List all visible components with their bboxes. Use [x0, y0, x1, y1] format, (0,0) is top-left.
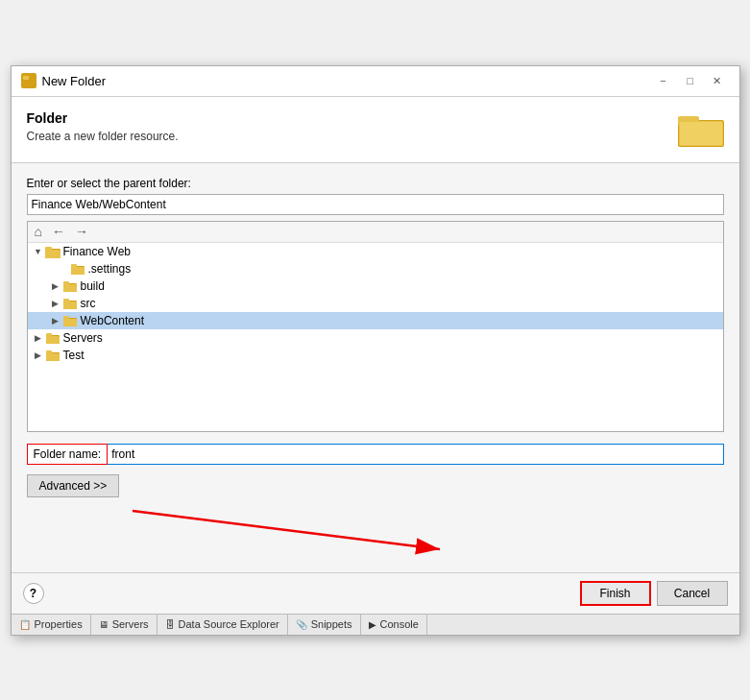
folder-icon-settings	[70, 262, 85, 276]
header-text: Folder Create a new folder resource.	[27, 110, 179, 143]
ide-tab-properties[interactable]: 📋 Properties	[12, 615, 91, 635]
tree-home-button[interactable]: ⌂	[32, 225, 45, 238]
folder-icon-servers	[45, 331, 60, 345]
ide-tab-servers-label: Servers	[112, 618, 149, 630]
tree-toolbar: ⌂ ← →	[28, 222, 723, 243]
title-bar: New Folder − □ ✕	[12, 66, 739, 97]
tree-item-finance-web[interactable]: ▼ Finance Web	[28, 243, 723, 260]
parent-folder-label: Enter or select the parent folder:	[27, 177, 724, 190]
ide-tab-datasource[interactable]: 🗄 Data Source Explorer	[157, 615, 288, 635]
svg-rect-5	[680, 122, 722, 145]
bottom-right: Finish Cancel	[580, 581, 728, 606]
folder-name-section: Folder name:	[27, 444, 724, 465]
ide-tab-snippets[interactable]: 📎 Snippets	[288, 615, 361, 635]
toggle-build[interactable]: ▶	[49, 279, 62, 293]
svg-rect-20	[63, 319, 77, 326]
toggle-servers[interactable]: ▶	[32, 331, 45, 345]
ide-tab-console[interactable]: ▶ Console	[361, 615, 427, 635]
finish-button[interactable]: Finish	[580, 581, 651, 606]
bottom-bar: ? Finish Cancel	[12, 572, 739, 614]
tree-container: ⌂ ← → ▼ Finance Web	[27, 221, 724, 432]
folder-icon-src	[62, 297, 78, 310]
tree-item-webcontent[interactable]: ▶ WebContent	[28, 312, 723, 329]
svg-rect-11	[71, 267, 85, 275]
folder-icon-large	[678, 110, 724, 149]
svg-rect-26	[46, 353, 60, 361]
svg-line-28	[133, 511, 440, 549]
annotation-arrow	[123, 501, 507, 559]
dialog-title: New Folder	[42, 74, 106, 88]
tree-item-src[interactable]: ▶ src	[28, 295, 723, 312]
snippets-icon: 📎	[296, 619, 307, 630]
tree-item-servers[interactable]: ▶ Servers	[28, 329, 723, 347]
dialog-content: Enter or select the parent folder: ⌂ ← →…	[12, 163, 739, 572]
header-heading: Folder	[27, 110, 179, 126]
toggle-webcontent[interactable]: ▶	[49, 314, 62, 327]
svg-rect-1	[23, 76, 29, 80]
close-button[interactable]: ✕	[705, 71, 730, 90]
title-controls: − □ ✕	[651, 71, 730, 90]
folder-icon-build	[62, 279, 78, 293]
servers-icon: 🖥	[99, 619, 109, 630]
tree-label-src: src	[81, 297, 96, 310]
folder-icon-finance-web	[45, 245, 60, 258]
arrow-area	[27, 501, 724, 559]
advanced-section: Advanced >>	[27, 474, 724, 497]
svg-rect-14	[63, 284, 77, 292]
bottom-left: ?	[23, 583, 44, 604]
tree-label-settings: .settings	[88, 262, 132, 276]
ide-tab-properties-label: Properties	[35, 618, 83, 630]
minimize-button[interactable]: −	[651, 71, 676, 90]
properties-icon: 📋	[19, 619, 31, 630]
folder-icon-test	[45, 349, 60, 362]
dialog-icon	[21, 73, 36, 88]
header-description: Create a new folder resource.	[27, 130, 179, 143]
toggle-settings	[57, 262, 70, 276]
tree-item-build[interactable]: ▶ build	[28, 278, 723, 295]
ide-tab-snippets-label: Snippets	[311, 618, 352, 630]
console-icon: ▶	[369, 619, 376, 630]
ide-bottom-bar: 📋 Properties 🖥 Servers 🗄 Data Source Exp…	[12, 614, 739, 635]
tree-label-finance-web: Finance Web	[63, 245, 131, 258]
ide-tab-console-label: Console	[380, 618, 419, 630]
tree-label-build: build	[81, 279, 105, 293]
parent-folder-input[interactable]	[27, 194, 724, 215]
help-button[interactable]: ?	[23, 583, 44, 604]
tree-item-settings[interactable]: .settings	[28, 260, 723, 278]
tree-label-webcontent: WebContent	[81, 314, 145, 327]
svg-rect-17	[63, 302, 77, 309]
folder-name-input[interactable]	[108, 444, 723, 465]
ide-tab-datasource-label: Data Source Explorer	[179, 618, 279, 630]
cancel-button[interactable]: Cancel	[657, 581, 728, 606]
header-section: Folder Create a new folder resource.	[12, 97, 739, 163]
maximize-button[interactable]: □	[678, 71, 703, 90]
toggle-src[interactable]: ▶	[49, 297, 62, 310]
folder-icon-webcontent	[62, 314, 78, 327]
tree-back-button[interactable]: ←	[49, 225, 68, 238]
new-folder-dialog: New Folder − □ ✕ Folder Create a new fol…	[11, 65, 740, 636]
ide-tab-servers[interactable]: 🖥 Servers	[91, 615, 157, 635]
tree-label-test: Test	[63, 349, 85, 362]
folder-name-label: Folder name:	[27, 444, 109, 465]
tree-forward-button[interactable]: →	[72, 225, 91, 238]
title-bar-left: New Folder	[21, 73, 106, 88]
datasource-icon: 🗄	[165, 619, 175, 630]
tree-item-test[interactable]: ▶ Test	[28, 347, 723, 364]
advanced-button[interactable]: Advanced >>	[27, 474, 120, 497]
svg-rect-8	[45, 250, 60, 258]
svg-rect-23	[46, 336, 60, 344]
toggle-test[interactable]: ▶	[32, 349, 45, 362]
toggle-finance-web[interactable]: ▼	[32, 245, 45, 258]
tree-label-servers: Servers	[63, 331, 103, 345]
